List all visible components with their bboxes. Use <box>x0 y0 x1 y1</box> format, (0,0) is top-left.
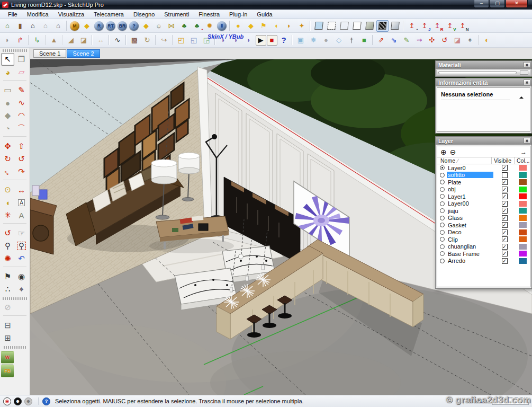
paint-bucket-tool[interactable]: ◕ <box>1 66 14 78</box>
terrain-joystick-icon[interactable]: ⌖ <box>464 34 476 46</box>
soft-cube-icon[interactable]: ● <box>320 34 332 46</box>
skinx-help-icon[interactable]: ? <box>278 34 290 46</box>
layer-row[interactable]: Layer0 <box>437 164 530 172</box>
export-2d-icon[interactable]: ↳ <box>31 34 43 46</box>
push-pull-tool[interactable]: ⇧ <box>15 140 28 153</box>
layers-panel-titlebar[interactable]: Layer ✕ <box>436 137 531 145</box>
layer-radio[interactable] <box>440 208 445 213</box>
position-camera-tool[interactable]: ⚑ <box>1 270 14 283</box>
menu-file[interactable]: File <box>3 10 22 19</box>
3d-text-tool[interactable]: A <box>15 209 28 222</box>
layer-name[interactable]: Layer00 <box>447 200 493 207</box>
layer-color-swatch[interactable] <box>519 215 527 221</box>
maximize-button[interactable]: ▢ <box>490 0 505 8</box>
geolocation-icon[interactable]: ◉ <box>3 397 11 405</box>
pie-tool[interactable]: ◔ <box>1 122 14 135</box>
entity-info-close-icon[interactable]: ✕ <box>524 79 530 85</box>
palette-grip[interactable] <box>3 49 27 52</box>
layer-name[interactable]: Clip <box>447 236 493 243</box>
smoove-icon[interactable]: ◢ <box>65 34 77 46</box>
skinx-shell-1-icon[interactable]: ◗ <box>218 34 230 46</box>
layer-visible-checkbox[interactable] <box>502 244 508 250</box>
layer-color-swatch[interactable] <box>519 236 527 242</box>
rectangle-tool[interactable]: ▭ <box>1 84 14 96</box>
layer-name[interactable]: chuanglian <box>447 243 493 250</box>
vray-render-icon[interactable]: R <box>94 21 104 31</box>
house-outline-icon[interactable]: ⌂ <box>40 20 52 32</box>
claim-credit-icon[interactable]: ☻ <box>14 397 22 405</box>
hidden-line-icon[interactable] <box>351 20 363 32</box>
spot-light-icon[interactable]: ⚑ <box>258 20 270 32</box>
layer-color-swatch[interactable] <box>519 208 527 214</box>
navigation-tool[interactable]: ⌖ <box>15 283 28 296</box>
layer-name[interactable]: Plate <box>447 179 493 185</box>
import-n-icon[interactable]: ↥ N <box>457 20 469 32</box>
layer-name[interactable]: soffitto <box>447 172 493 178</box>
import-r-icon[interactable]: ↥ R <box>431 20 444 32</box>
monochrome-icon[interactable] <box>389 20 401 32</box>
vray-batch-render-icon[interactable]: BR <box>118 21 127 31</box>
layer-visible-checkbox[interactable] <box>502 201 508 207</box>
vray-rt-render-icon[interactable]: RT <box>106 21 115 31</box>
layer-visible-checkbox[interactable] <box>502 215 508 221</box>
dimension-tool[interactable]: ↔ <box>15 183 28 196</box>
shell-tool-icon[interactable]: ◗ <box>2 34 14 46</box>
minimize-button[interactable]: – <box>474 0 489 8</box>
skinx-stop-icon[interactable]: ■ <box>267 35 277 46</box>
terrain-flatten-icon[interactable]: ⇝ <box>413 34 426 46</box>
terrain-blue-arrow-icon[interactable]: ⇘ <box>388 34 400 46</box>
walk-tool[interactable]: ∴ <box>1 283 14 296</box>
ies-light-icon[interactable]: ✦ <box>296 20 308 32</box>
layer-radio[interactable] <box>440 259 445 263</box>
refresh-model-icon[interactable]: ↻ <box>141 34 154 46</box>
house-door-icon[interactable]: ⌂ <box>52 20 65 32</box>
vray-pause-icon[interactable]: ‖ <box>217 21 227 31</box>
omni-light-icon[interactable]: ● <box>232 20 245 32</box>
polygon-tool[interactable]: ◆ <box>1 109 14 122</box>
xray-mode-icon[interactable] <box>313 20 325 32</box>
column-visible[interactable]: Visibile <box>491 157 514 164</box>
zoom-tool[interactable]: ⚲ <box>1 240 14 252</box>
layer-color-swatch[interactable] <box>519 201 527 207</box>
layer-color-swatch[interactable] <box>519 165 527 171</box>
import-component-icon[interactable]: ↥ ▪ <box>406 20 418 32</box>
round-bevel-icon[interactable]: ◱ <box>188 34 200 46</box>
palette-grip-2[interactable] <box>3 297 27 300</box>
layer-visible-checkbox[interactable] <box>502 236 508 242</box>
layer-visible-checkbox[interactable] <box>502 251 508 256</box>
layer-color-swatch[interactable] <box>519 172 527 178</box>
menu-strumenti[interactable]: Strumenti <box>159 10 194 19</box>
layer-color-swatch[interactable] <box>519 229 527 235</box>
menu-finestra[interactable]: Finestra <box>194 10 224 19</box>
layer-radio[interactable] <box>440 216 445 220</box>
wireframe-icon[interactable] <box>338 20 350 32</box>
menu-telecamera[interactable]: Telecamera <box>89 10 129 19</box>
section-display-tool[interactable]: ⊟ <box>1 319 14 332</box>
vray-egg-icon[interactable]: ● <box>153 20 165 32</box>
title-bar[interactable]: Living roomD12.skp - SketchUp Pro – ▢ ✕ <box>0 0 532 10</box>
vray-sun-icon[interactable]: ✹ <box>204 20 216 32</box>
stretch-icon[interactable]: ↔ <box>95 34 107 46</box>
menu-modifica[interactable]: Modifica <box>22 10 53 19</box>
bend-icon[interactable]: ↪ <box>158 34 170 46</box>
menu-visualizza[interactable]: Visualizza <box>53 10 89 19</box>
rotate-tool[interactable]: ↻ <box>1 153 14 165</box>
layer-visible-checkbox[interactable] <box>502 193 508 199</box>
layer-visible-checkbox[interactable] <box>502 172 508 178</box>
sphere-light-icon[interactable]: ◗ <box>283 20 295 32</box>
layer-row[interactable]: Glass <box>437 215 530 222</box>
layer-name[interactable]: Deco <box>447 229 493 235</box>
column-color[interactable]: Col... <box>514 157 530 164</box>
user-avatar-icon[interactable]: ☻ <box>24 397 32 405</box>
tab-scene-2[interactable]: Scene 2 <box>67 49 100 58</box>
arc-2pt-tool[interactable]: ⌒ <box>15 122 28 135</box>
vray-tag-icon[interactable]: ◆ <box>81 20 93 32</box>
layer-color-swatch[interactable] <box>519 193 527 199</box>
layer-color-swatch[interactable] <box>519 187 527 192</box>
layer-row[interactable]: Layer00 <box>437 200 530 208</box>
layer-row[interactable]: soffitto <box>437 172 530 179</box>
make-component-tool[interactable]: ❒ <box>15 53 28 66</box>
sword-icon[interactable]: † <box>346 34 358 46</box>
layer-row[interactable]: Plate <box>437 179 530 186</box>
entity-info-titlebar[interactable]: Informazioni entità ✕ <box>436 78 531 86</box>
